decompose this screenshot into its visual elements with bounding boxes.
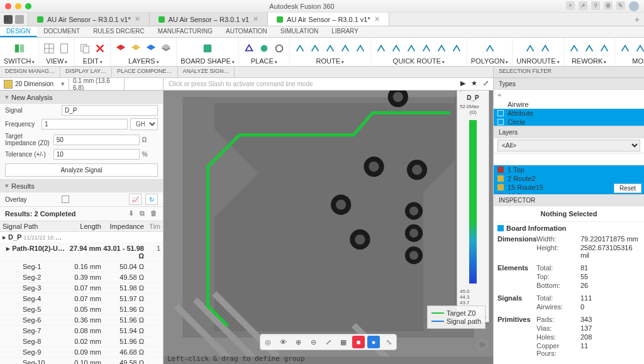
rw1-icon[interactable] [568, 42, 580, 55]
add-type-icon[interactable]: + [494, 90, 644, 100]
document-tab[interactable]: AU Air Sensor – R3.0.1 v1*✕ [28, 13, 150, 26]
titlebar-add-icon[interactable]: + [566, 1, 575, 10]
layer-list[interactable]: 1 Top2 Route215 Route1516 Bottom17 Pads1… [494, 165, 644, 194]
ribbon-group-label[interactable]: EDIT [83, 57, 103, 65]
r3-icon[interactable] [324, 42, 336, 55]
impedance-overlay[interactable]: 📈 ✕ D_P 52.0Max (Ω) 45.044.343.743.0 Min… [457, 82, 489, 323]
layer-row[interactable]: 1 Top [494, 165, 644, 174]
workspace-tab[interactable]: SIMULATION [274, 26, 325, 37]
pg-icon[interactable] [484, 42, 496, 55]
inspector-header[interactable]: INSPECTOR [494, 194, 644, 206]
pad-icon[interactable] [258, 42, 270, 55]
app-switcher[interactable]: ⠿ [0, 13, 28, 26]
bshape-icon[interactable] [201, 42, 214, 55]
segment-row[interactable]: Seg-50.05 mm51.96 Ω [0, 304, 163, 315]
segment-row[interactable]: Seg-80.02 mm51.96 Ω [0, 336, 163, 347]
add-tab-button[interactable]: + [630, 13, 644, 26]
ribbon-group-label[interactable]: POLYGON [471, 57, 509, 65]
ribbon-group-label[interactable]: VIEW [46, 57, 67, 65]
ribbon-group-label[interactable]: LAYERS [128, 57, 159, 65]
workspace-tab[interactable]: RULES DRC/ERC [87, 26, 152, 37]
close-tab-icon[interactable]: ✕ [253, 15, 258, 23]
ribbon-group-label[interactable]: SWITCH [4, 57, 35, 65]
segment-row[interactable]: Seg-20.39 mm49.58 Ω [0, 272, 163, 283]
type-row[interactable]: Attribute [494, 109, 644, 118]
copy-icon[interactable] [79, 42, 91, 55]
segment-row[interactable]: Seg-40.07 mm51.97 Ω [0, 294, 163, 304]
rw2-icon[interactable] [583, 42, 596, 55]
view-tool-button[interactable]: ⊕ [292, 336, 304, 348]
hole-icon[interactable] [273, 42, 286, 55]
command-input[interactable] [167, 80, 452, 88]
titlebar-share-icon[interactable]: ↗ [579, 1, 587, 10]
layer-row[interactable]: 2 Route2 [494, 174, 644, 183]
segment-row[interactable]: Seg-30.07 mm51.98 Ω [0, 283, 163, 294]
lay4-icon[interactable] [160, 42, 172, 55]
lay3-icon[interactable] [145, 42, 157, 55]
titlebar-edit-icon[interactable]: ✎ [616, 1, 625, 10]
q3-icon[interactable] [405, 42, 418, 55]
pcb-canvas[interactable]: 📈 ✕ D_P 52.0Max (Ω) 45.044.343.743.0 Min… [164, 78, 493, 364]
view-tool-button[interactable]: ⤡ [382, 336, 395, 348]
sheet-icon[interactable] [58, 42, 70, 55]
types-list[interactable]: + AirwireAttributeCircleDeviceDimensionF… [494, 90, 644, 126]
types-header[interactable]: Types [494, 78, 644, 90]
u1-icon[interactable] [524, 42, 536, 55]
copy-icon[interactable]: ⧉ [138, 209, 147, 218]
titlebar-help-icon[interactable]: ? [591, 1, 600, 10]
r1-icon[interactable] [294, 42, 306, 55]
layers-panel-header[interactable]: Layers [494, 126, 644, 138]
q6-icon[interactable] [450, 42, 463, 55]
m2-icon[interactable] [634, 42, 644, 55]
q1-icon[interactable] [375, 42, 387, 55]
poly-icon[interactable] [243, 42, 255, 55]
view-tool-button[interactable]: ⊖ [307, 336, 319, 348]
ribbon-group-label[interactable]: REWORK [572, 57, 606, 65]
view-tool-button[interactable]: ▦ [337, 336, 350, 348]
user-avatar[interactable] [629, 1, 639, 11]
results-table-body[interactable]: ▸ D_P 11/21/22 18:17 · 1.000GHz, Target … [0, 232, 163, 364]
close-tab-icon[interactable]: ✕ [374, 15, 380, 23]
cmd-star-icon[interactable]: ★ [469, 78, 479, 88]
results-header[interactable]: ▾Results [0, 179, 163, 192]
impedance-input[interactable] [53, 135, 140, 145]
workspace-tab[interactable]: DOCUMENT [37, 26, 87, 37]
layer-selector[interactable]: 20 Dimension ▾ [0, 78, 69, 90]
secondary-tab[interactable]: DESIGN MANAG… [0, 67, 60, 77]
ribbon-group-label[interactable]: MODIFY [632, 57, 644, 65]
grid-icon[interactable] [43, 42, 55, 55]
ribbon-group-label[interactable]: UNROUUTE [516, 57, 559, 65]
ribbon-group-label[interactable]: ROUTE [316, 57, 344, 65]
r4-icon[interactable] [339, 42, 352, 55]
workspace-tab[interactable]: DESIGN [0, 26, 37, 37]
signal-input[interactable] [62, 105, 158, 116]
r2-icon[interactable] [309, 42, 321, 55]
board-info-header[interactable]: Board Information [494, 222, 644, 234]
download-icon[interactable]: ⬇ [126, 209, 135, 218]
type-row[interactable]: Airwire [494, 100, 644, 109]
minimize-window-button[interactable] [15, 3, 21, 9]
m1-icon[interactable] [619, 42, 631, 55]
titlebar-settings-icon[interactable]: ⚙ [604, 1, 613, 10]
close-window-button[interactable] [5, 3, 11, 9]
lay1-icon[interactable] [114, 42, 127, 55]
analyze-signal-button[interactable]: Analyze Signal [5, 163, 158, 177]
delete-icon[interactable]: 🗑 [149, 209, 158, 218]
secondary-tab[interactable]: ANALYZE SIGN… [178, 67, 235, 77]
overlay-graph-button[interactable]: 📈 [129, 194, 142, 205]
frequency-input[interactable] [42, 119, 128, 130]
view-tool-button[interactable]: 👁 [277, 336, 289, 348]
view-tool-button[interactable]: ■ [352, 336, 365, 348]
q2-icon[interactable] [390, 42, 402, 55]
r5-icon[interactable] [354, 42, 367, 55]
view-tool-button[interactable]: ● [367, 336, 380, 348]
segment-row[interactable]: Seg-10.16 mm50.04 Ω [0, 262, 163, 272]
q5-icon[interactable] [435, 42, 448, 55]
workspace-tab[interactable]: AUTOMATION [219, 26, 274, 37]
path-row[interactable]: ▸ Path-R10(2)-U4(4)27.94 mm43.01 - 51.98… [0, 243, 163, 262]
type-row[interactable]: Circle [494, 118, 644, 126]
close-tab-icon[interactable]: ✕ [135, 15, 140, 23]
segment-row[interactable]: Seg-90.09 mm46.68 Ω [0, 347, 163, 358]
maximize-window-button[interactable] [25, 3, 31, 9]
ribbon-group-label[interactable]: QUICK ROUTE [393, 57, 445, 65]
